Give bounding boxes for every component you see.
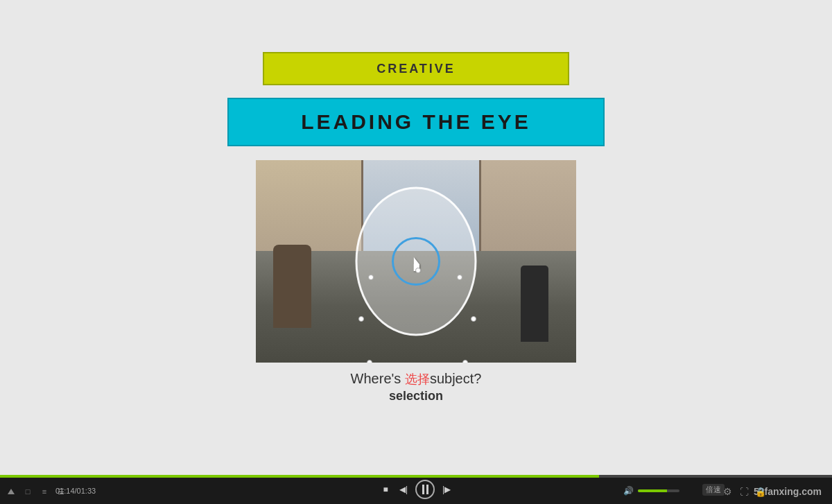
selection-dot-bottom-left[interactable] (367, 360, 372, 363)
person-left (273, 245, 311, 328)
volume-bar[interactable] (638, 489, 679, 492)
selection-dot-right[interactable] (471, 316, 476, 322)
pause-button[interactable] (415, 480, 435, 499)
time-display: 01:14/01:33 (55, 487, 96, 495)
volume-fill (638, 489, 667, 492)
subtitle-prefix: Where's (351, 371, 405, 386)
subtitle-suffix: subject? (430, 371, 482, 386)
creative-label: CREATIVE (376, 62, 456, 76)
selection-dot-left[interactable] (358, 316, 364, 322)
time-current: 01:14 (55, 487, 75, 495)
lock-icon[interactable]: 🔒 (755, 486, 766, 497)
subtitle-chinese: 选择 (405, 372, 430, 386)
selection-dot-top-right[interactable] (457, 275, 462, 280)
subtitle-line1: Where's 选择subject? (351, 371, 482, 388)
title-banner: LEADING THE EYE (227, 98, 605, 146)
settings-icon[interactable]: ⚙ (722, 486, 733, 497)
selection-dot-top[interactable] (415, 268, 421, 273)
prev-button[interactable]: ◀| (397, 483, 410, 496)
oval-selection-overlay[interactable] (354, 185, 478, 338)
screen-icon[interactable]: □ (22, 486, 33, 497)
creative-banner: CREATIVE (263, 52, 569, 85)
subtitle-line2: selection (351, 389, 482, 403)
subtitle-area: Where's 选择subject? selection (351, 371, 482, 403)
main-content: CREATIVE LEADING THE EYE (0, 0, 832, 403)
selection-dot-top-left[interactable] (368, 275, 374, 280)
fullscreen-icon[interactable]: ⛶ (738, 486, 749, 497)
player-bar: □ ≡ ☰ 01:14/01:33 ■ ◀| |▶ 🔊 倍速 52fanxing… (0, 475, 832, 504)
next-button[interactable]: |▶ (440, 483, 453, 496)
title-text: LEADING THE EYE (301, 110, 531, 134)
person-right (521, 266, 548, 342)
subtitles-icon[interactable]: ≡ (39, 486, 50, 497)
stop-button[interactable]: ■ (379, 483, 392, 496)
expand-icon[interactable] (6, 486, 17, 497)
volume-icon[interactable]: 🔊 (622, 485, 634, 497)
progress-bar-container[interactable] (0, 475, 832, 478)
volume-area: 🔊 (622, 485, 679, 497)
right-icons: ⚙ ⛶ 🔒 (722, 486, 766, 497)
progress-bar-fill (0, 475, 599, 478)
video-container[interactable] (256, 160, 576, 363)
pause-icon (422, 485, 428, 494)
player-controls: ■ ◀| |▶ (379, 480, 453, 499)
time-total: 01:33 (77, 487, 96, 495)
selection-dot-bottom-right[interactable] (462, 360, 468, 363)
